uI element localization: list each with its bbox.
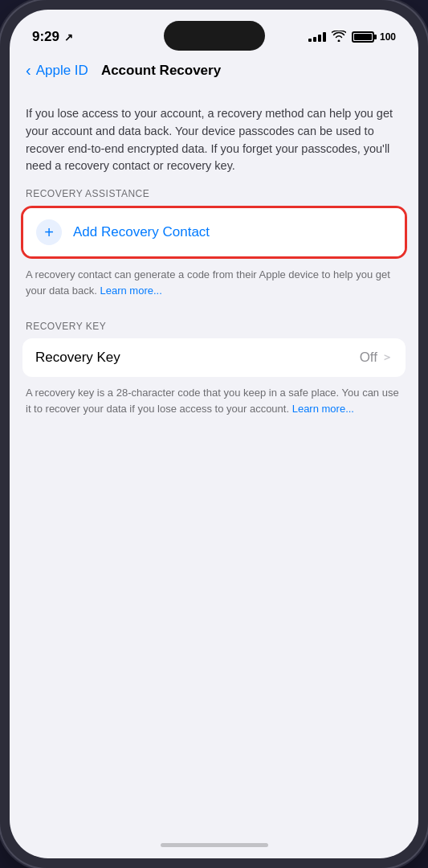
recovery-key-footer: A recovery key is a 28-character code th… (10, 377, 418, 432)
chevron-right-icon: ＞ (381, 350, 393, 365)
recovery-assistance-section-label: RECOVERY ASSISTANCE (10, 188, 418, 206)
wifi-icon (332, 31, 346, 44)
recovery-assistance-learn-more[interactable]: Learn more... (100, 285, 162, 297)
recovery-key-section-label: RECOVERY KEY (10, 314, 418, 338)
signal-icon (308, 32, 326, 42)
scroll-content: If you lose access to your account, a re… (10, 89, 418, 831)
nav-bar: ‹ Apple ID Account Recovery (10, 56, 418, 89)
home-bar (161, 843, 268, 847)
phone-screen: 9:29 ↗ (10, 10, 418, 858)
description-text: If you lose access to your account, a re… (10, 89, 418, 188)
recovery-assistance-footer: A recovery contact can generate a code f… (10, 259, 418, 314)
recovery-key-status: Off (360, 350, 377, 366)
add-icon: + (36, 219, 62, 245)
dynamic-island (164, 21, 265, 51)
phone-frame: 9:29 ↗ (0, 0, 428, 868)
add-recovery-contact-card: + Add Recovery Contact (23, 208, 405, 256)
recovery-assistance-footer-text: A recovery contact can generate a code f… (26, 268, 390, 297)
recovery-key-value: Off ＞ (360, 350, 393, 366)
back-chevron-icon: ‹ (26, 61, 31, 80)
status-icons: 100 (308, 31, 396, 44)
recovery-key-learn-more[interactable]: Learn more... (292, 403, 354, 415)
recovery-key-item[interactable]: Recovery Key Off ＞ (22, 338, 406, 377)
back-label: Apple ID (36, 63, 88, 79)
add-recovery-contact-item[interactable]: + Add Recovery Contact (23, 208, 405, 256)
page-title: Account Recovery (101, 63, 221, 79)
status-time: 9:29 ↗ (32, 29, 73, 45)
add-recovery-contact-highlight: + Add Recovery Contact (21, 206, 407, 259)
recovery-key-card: Recovery Key Off ＞ (22, 338, 406, 377)
recovery-key-title: Recovery Key (35, 350, 120, 366)
add-recovery-contact-label: Add Recovery Contact (73, 224, 210, 240)
back-button[interactable]: ‹ Apple ID (26, 61, 88, 80)
home-indicator (10, 831, 418, 858)
location-icon: ↗ (64, 31, 73, 43)
battery-percent: 100 (380, 31, 396, 43)
battery-icon (352, 31, 374, 43)
